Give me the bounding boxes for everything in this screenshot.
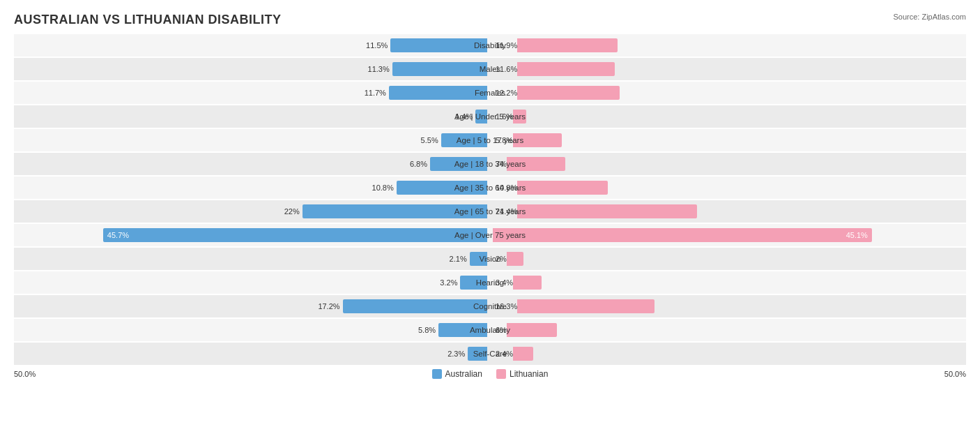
source-label: Source: ZipAtlas.com xyxy=(893,13,966,21)
bar-row: 2.1%Vision2% xyxy=(14,248,966,270)
bar-row: 6.8%Age | 18 to 34 years7% xyxy=(14,153,966,175)
bar-row: 3.2%Hearing3.4% xyxy=(14,271,966,294)
left-section: 3.2% xyxy=(14,271,490,294)
bar-value-right: 45.1% xyxy=(846,231,868,239)
chart-container: AUSTRALIAN VS LITHUANIAN DISABILITY Sour… xyxy=(0,0,980,427)
bar-row: 11.7%Females12.2% xyxy=(14,82,966,104)
bar-label: Age | 65 to 74 years xyxy=(434,207,546,216)
bar-label: Self-Care xyxy=(434,350,546,358)
right-section: 1.6% xyxy=(490,105,966,128)
right-section: 21.4% xyxy=(490,200,966,223)
right-section: 11.6% xyxy=(490,58,966,80)
bar-label: Age | 18 to 34 years xyxy=(434,160,546,168)
right-section: 12.2% xyxy=(490,82,966,104)
right-section: 3.4% xyxy=(490,271,966,294)
right-section: 11.9% xyxy=(490,34,966,57)
right-section: 45.1% xyxy=(490,224,966,246)
bar-label: Ambulatory xyxy=(434,326,546,334)
right-section: 2% xyxy=(490,248,966,270)
bar-label: Age | 5 to 17 years xyxy=(434,136,546,144)
bar-value-left: 17.2% xyxy=(318,302,339,310)
bar-value-left: 45.7% xyxy=(107,231,129,239)
chart-title: AUSTRALIAN VS LITHUANIAN DISABILITY xyxy=(14,13,966,27)
legend: Australian Lithuanian xyxy=(36,369,944,379)
left-section: 17.2% xyxy=(14,295,490,317)
bar-label: Vision xyxy=(434,255,546,263)
legend-lithuanian-label: Lithuanian xyxy=(510,369,548,379)
legend-australian-icon xyxy=(432,369,442,379)
bar-row: 5.8%Ambulatory6% xyxy=(14,319,966,341)
bar-value-left: 6.8% xyxy=(410,160,427,168)
bar-row: 11.5%Disability11.9% xyxy=(14,34,966,57)
right-section: 5.8% xyxy=(490,129,966,151)
right-section: 7% xyxy=(490,153,966,175)
left-section: 45.7% xyxy=(14,224,490,246)
left-section: 11.5% xyxy=(14,34,490,57)
bar-value-left: 22% xyxy=(284,207,300,216)
axis-left: 50.0% xyxy=(14,370,36,378)
bars-area: 11.5%Disability11.9%11.3%Males11.6%11.7%… xyxy=(14,34,966,365)
left-section: 5.8% xyxy=(14,319,490,341)
footer-row: 50.0% Australian Lithuanian 50.0% xyxy=(14,369,966,379)
bar-value-left: 10.8% xyxy=(372,183,394,192)
bar-row: 10.8%Age | 35 to 64 years10.8% xyxy=(14,177,966,199)
bar-row: 2.3%Self-Care2.4% xyxy=(14,343,966,365)
bar-label: Females xyxy=(434,89,546,97)
bar-label: Hearing xyxy=(434,278,546,287)
left-section: 22% xyxy=(14,200,490,223)
left-section: 11.3% xyxy=(14,58,490,80)
legend-australian: Australian xyxy=(432,369,482,379)
bar-value-left: 11.5% xyxy=(366,41,388,50)
right-section: 6% xyxy=(490,319,966,341)
bar-row: 22%Age | 65 to 74 years21.4% xyxy=(14,200,966,223)
bar-label: Age | Over 75 years xyxy=(434,231,546,239)
legend-australian-label: Australian xyxy=(445,369,482,379)
right-section: 10.8% xyxy=(490,177,966,199)
bar-row: 1.4%Age | Under 5 years1.6% xyxy=(14,105,966,128)
bar-row: 5.5%Age | 5 to 17 years5.8% xyxy=(14,129,966,151)
left-section: 1.4% xyxy=(14,105,490,128)
right-section: 2.4% xyxy=(490,343,966,365)
bar-label: Age | 35 to 64 years xyxy=(434,183,546,192)
bar-value-left: 11.7% xyxy=(365,89,386,97)
right-section: 16.3% xyxy=(490,295,966,317)
legend-lithuanian-icon xyxy=(496,369,506,379)
axis-right: 50.0% xyxy=(944,370,966,378)
left-section: 5.5% xyxy=(14,129,490,151)
legend-lithuanian: Lithuanian xyxy=(496,369,548,379)
bar-label: Males xyxy=(434,65,546,73)
bar-row: 45.7%Age | Over 75 years45.1% xyxy=(14,224,966,246)
bar-value-left: 5.8% xyxy=(418,326,436,334)
bar-row: 17.2%Cognitive16.3% xyxy=(14,295,966,317)
left-section: 2.1% xyxy=(14,248,490,270)
left-section: 2.3% xyxy=(14,343,490,365)
left-section: 10.8% xyxy=(14,177,490,199)
bar-blue: 45.7% xyxy=(103,228,487,242)
bar-label: Disability xyxy=(434,41,546,50)
left-section: 11.7% xyxy=(14,82,490,104)
bar-value-left: 11.3% xyxy=(368,65,390,73)
bar-label: Age | Under 5 years xyxy=(434,112,546,121)
bar-label: Cognitive xyxy=(434,302,546,310)
bar-pink: 45.1% xyxy=(493,228,872,242)
bar-row: 11.3%Males11.6% xyxy=(14,58,966,80)
left-section: 6.8% xyxy=(14,153,490,175)
